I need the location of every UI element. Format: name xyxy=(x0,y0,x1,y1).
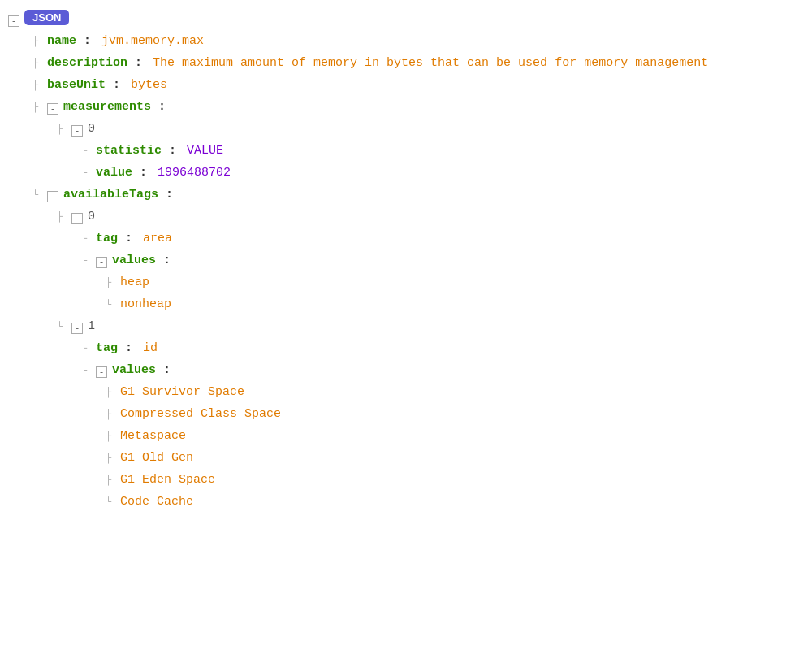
tag-1-row: ├ tag : id xyxy=(81,337,804,359)
availabletags-0-children: ├ tag : area └ - values : ├ heap xyxy=(57,228,804,315)
baseunit-key: baseUnit xyxy=(47,78,106,92)
availabletags-1-collapse[interactable]: - xyxy=(71,323,83,334)
values-1-row: └ - values : xyxy=(81,359,804,381)
compressed-value: Compressed Class Space xyxy=(120,407,281,421)
root-children: ├ name : jvm.memory.max ├ description : … xyxy=(8,30,804,513)
availabletags-row: └ - availableTags : xyxy=(32,184,804,206)
statistic-value: VALUE xyxy=(187,144,223,158)
values-0-key: values xyxy=(112,254,156,267)
measurements-0-children: ├ statistic : VALUE └ value : 1996488702 xyxy=(57,140,804,184)
values-1-item-5: └ Code Cache xyxy=(106,491,804,513)
heap-value: heap xyxy=(120,275,149,289)
availabletags-0-collapse[interactable]: - xyxy=(71,213,83,224)
measurements-children: ├ - 0 ├ statistic : VALUE └ value : 1996… xyxy=(32,118,804,184)
baseunit-value: bytes xyxy=(131,78,167,92)
availabletags-collapse[interactable]: - xyxy=(47,191,58,202)
measurements-0-collapse[interactable]: - xyxy=(71,125,83,137)
g1survivor-value: G1 Survivor Space xyxy=(120,385,244,399)
values-0-collapse[interactable]: - xyxy=(96,257,107,268)
values-1-item-1: ├ Compressed Class Space xyxy=(106,403,804,425)
availabletags-1-index: 1 xyxy=(88,319,95,333)
value-key: value xyxy=(96,166,132,180)
values-0-item-heap: ├ heap xyxy=(106,271,804,293)
name-value: jvm.memory.max xyxy=(102,34,204,48)
values-1-children: ├ G1 Survivor Space ├ Compressed Class S… xyxy=(81,381,804,513)
availabletags-1-row: └ - 1 xyxy=(57,315,804,337)
values-1-item-0: ├ G1 Survivor Space xyxy=(106,381,804,403)
description-value: The maximum amount of memory in bytes th… xyxy=(153,56,708,70)
values-1-collapse[interactable]: - xyxy=(96,366,107,378)
json-viewer: - JSON ├ name : jvm.memory.max ├ descrip… xyxy=(8,8,804,513)
values-1-item-3: ├ G1 Old Gen xyxy=(106,447,804,469)
availabletags-children: ├ - 0 ├ tag : area └ - values : xyxy=(32,206,804,513)
availabletags-key: availableTags xyxy=(63,188,158,202)
tag-1-key: tag xyxy=(96,341,118,355)
values-0-row: └ - values : xyxy=(81,249,804,271)
measurements-0-index: 0 xyxy=(88,122,95,136)
nonheap-value: nonheap xyxy=(120,297,171,311)
name-key: name xyxy=(47,34,76,48)
name-row: ├ name : jvm.memory.max xyxy=(32,30,804,52)
availabletags-0-row: ├ - 0 xyxy=(57,206,804,228)
values-1-item-2: ├ Metaspace xyxy=(106,425,804,447)
g1edenspace-value: G1 Eden Space xyxy=(120,473,215,487)
description-key: description xyxy=(47,56,127,70)
tag-0-row: ├ tag : area xyxy=(81,228,804,249)
measurements-key: measurements xyxy=(63,100,151,114)
metaspace-value: Metaspace xyxy=(120,429,186,443)
root-node: - JSON xyxy=(8,8,804,30)
root-collapse[interactable]: - xyxy=(8,15,19,27)
availabletags-0-index: 0 xyxy=(88,210,95,223)
measurements-index-0-row: ├ - 0 xyxy=(57,118,804,140)
baseunit-row: ├ baseUnit : bytes xyxy=(32,74,804,96)
values-0-children: ├ heap └ nonheap xyxy=(81,271,804,315)
g1oldgen-value: G1 Old Gen xyxy=(120,451,193,465)
description-row: ├ description : The maximum amount of me… xyxy=(32,52,804,74)
values-1-item-4: ├ G1 Eden Space xyxy=(106,469,804,491)
values-1-key: values xyxy=(112,363,156,377)
json-badge: JSON xyxy=(24,10,69,25)
tag-1-value: id xyxy=(143,341,158,355)
statistic-key: statistic xyxy=(96,144,162,158)
tag-0-value: area xyxy=(143,232,172,245)
availabletags-1-children: ├ tag : id └ - values : ├ G1 Survivor xyxy=(57,337,804,513)
value-row: └ value : 1996488702 xyxy=(81,162,804,184)
value-value: 1996488702 xyxy=(158,166,231,180)
measurements-collapse[interactable]: - xyxy=(47,103,58,115)
measurements-row: ├ - measurements : xyxy=(32,96,804,118)
codecache-value: Code Cache xyxy=(120,495,193,509)
statistic-row: ├ statistic : VALUE xyxy=(81,140,804,162)
values-0-item-nonheap: └ nonheap xyxy=(106,293,804,315)
tag-0-key: tag xyxy=(96,232,118,245)
